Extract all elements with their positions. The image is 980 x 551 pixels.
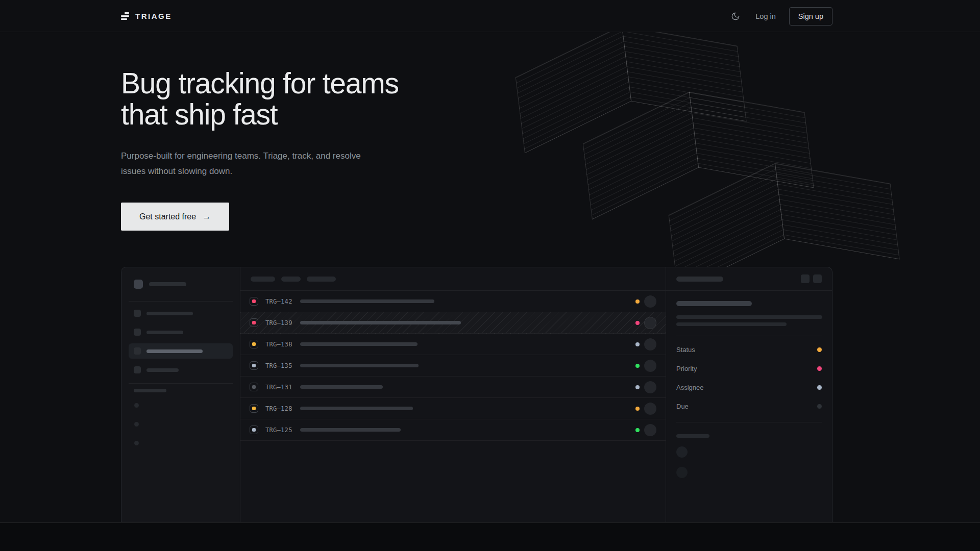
issue-row[interactable]: TRG–135 (240, 355, 666, 377)
issue-status-dot (635, 321, 640, 325)
property-label: Priority (676, 365, 697, 372)
sidebar-dot-skeleton (134, 422, 139, 427)
issue-row[interactable]: TRG–131 (240, 377, 666, 398)
issue-id: TRG–135 (265, 362, 295, 369)
sidebar-item-icon-skeleton (134, 329, 141, 336)
arrow-right-icon: → (202, 212, 211, 222)
issue-row[interactable]: TRG–125 (240, 419, 666, 441)
hero-section: Bug tracking for teamsthat ship fast Pur… (0, 32, 980, 522)
panel-action-button-skeleton[interactable] (813, 274, 822, 283)
sidebar-dot-skeleton (134, 403, 139, 408)
issue-status-dot (635, 299, 640, 304)
panel-action-button-skeleton[interactable] (801, 274, 810, 283)
issue-row[interactable]: TRG–138 (240, 334, 666, 355)
activity-avatar-skeleton (676, 446, 688, 458)
skeleton-bar (146, 312, 193, 315)
nav-actions: Log in Sign up (729, 7, 832, 26)
issue-id: TRG–138 (265, 341, 295, 348)
sidebar-nav-skeleton (129, 306, 233, 378)
issue-type-icon (250, 361, 258, 370)
skeleton-bar (146, 349, 203, 353)
sidebar-item-icon-skeleton (134, 366, 141, 373)
divider (676, 336, 822, 336)
property-row[interactable]: Assignee (676, 378, 822, 397)
filter-tab-skeleton[interactable] (251, 277, 275, 282)
assignee-avatar[interactable] (644, 381, 656, 393)
issue-status-dot (635, 407, 640, 411)
issue-type-icon (250, 297, 258, 306)
skeleton-bar (149, 282, 186, 286)
issue-title-skeleton (300, 428, 401, 432)
issue-row[interactable]: TRG–139 (240, 312, 666, 334)
issue-row[interactable]: TRG–142 (240, 291, 666, 312)
filter-tab-skeleton[interactable] (281, 277, 301, 282)
sidebar-item-skeleton[interactable] (129, 324, 233, 340)
signup-button[interactable]: Sign up (789, 7, 832, 26)
assignee-avatar[interactable] (644, 403, 656, 415)
property-row[interactable]: Due (676, 397, 822, 416)
property-label: Due (676, 403, 689, 410)
property-row[interactable]: Status (676, 340, 822, 359)
sidebar-item-skeleton-active[interactable] (129, 343, 233, 359)
issue-title-skeleton (300, 299, 434, 303)
filter-tab-skeleton[interactable] (307, 277, 336, 282)
issue-status-dot (635, 364, 640, 368)
assignee-avatar[interactable] (644, 360, 656, 372)
property-label: Assignee (676, 384, 703, 391)
sidebar-item-skeleton[interactable] (129, 362, 233, 378)
issue-id: TRG–139 (265, 319, 295, 327)
cta-label: Get started free (139, 212, 196, 221)
issue-list: TRG–142 TRG–139 TRG–138 TRG–135 TRG–131 … (240, 291, 666, 441)
workspace-switcher-skeleton[interactable] (121, 267, 240, 289)
section-label-skeleton (134, 389, 166, 392)
theme-toggle-button[interactable] (729, 10, 742, 23)
mock-issue-list-column: TRG–142 TRG–139 TRG–138 TRG–135 TRG–131 … (240, 267, 666, 522)
property-value-dot (817, 366, 822, 371)
triage-logo-icon (121, 12, 129, 20)
panel-actions (801, 274, 822, 283)
assignee-avatar[interactable] (644, 338, 656, 350)
activity-avatar-skeleton (676, 467, 688, 478)
property-list: Status Priority Assignee Due (676, 340, 822, 416)
property-row[interactable]: Priority (676, 359, 822, 378)
issue-id: TRG–125 (265, 427, 295, 434)
top-nav: TRIAGE Log in Sign up (0, 0, 980, 32)
login-link[interactable]: Log in (755, 12, 776, 20)
skeleton-bar (146, 368, 179, 372)
assignee-avatar[interactable] (644, 295, 656, 308)
app-preview-card: TRG–142 TRG–139 TRG–138 TRG–135 TRG–131 … (121, 267, 832, 522)
title-line-2: that ship fast (121, 98, 277, 131)
get-started-button[interactable]: Get started free → (121, 203, 229, 231)
panel-header (666, 267, 832, 291)
issue-title-skeleton (300, 364, 419, 367)
sidebar-item-skeleton[interactable] (129, 306, 233, 321)
assignee-avatar[interactable] (644, 424, 656, 436)
issue-type-icon (250, 383, 258, 391)
panel-body: Status Priority Assignee Due (666, 291, 832, 488)
issue-row[interactable]: TRG–128 (240, 398, 666, 419)
brand[interactable]: TRIAGE (121, 12, 172, 20)
assignee-avatar[interactable] (644, 317, 656, 329)
issue-type-icon (250, 318, 258, 327)
issue-status-dot (635, 385, 640, 389)
divider (129, 301, 233, 302)
title-line-1: Bug tracking for teams (121, 67, 399, 99)
property-value-dot (817, 404, 822, 409)
issue-title-skeleton (300, 342, 418, 346)
mock-detail-panel: Status Priority Assignee Due (666, 267, 832, 522)
issue-id: TRG–131 (265, 384, 295, 391)
issue-status-dot (635, 428, 640, 432)
issue-id: TRG–142 (265, 298, 295, 305)
workspace-avatar-skeleton (134, 280, 143, 289)
property-value-dot (817, 385, 822, 390)
property-label: Status (676, 346, 695, 354)
mock-sidebar (121, 267, 240, 522)
property-value-dot (817, 347, 822, 352)
moon-icon (731, 12, 740, 21)
skeleton-bar (676, 277, 723, 282)
brand-name: TRIAGE (135, 12, 172, 20)
skeleton-bar (676, 322, 787, 326)
issue-id: TRG–128 (265, 405, 295, 412)
issue-title-skeleton (676, 301, 752, 306)
hero-subtitle: Purpose-built for engineering teams. Tri… (121, 148, 362, 179)
